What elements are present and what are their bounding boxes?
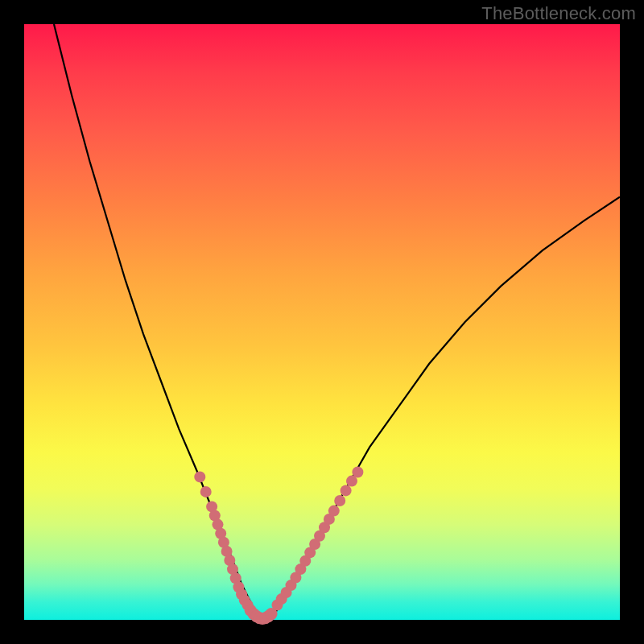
highlight-dot [341,485,352,496]
highlight-dot [200,486,212,497]
bottleneck-curve-line [54,24,620,620]
curve-svg [24,24,620,620]
highlight-dot [334,495,345,506]
plot-area [24,24,620,620]
highlight-dot [352,467,363,478]
highlight-dot [194,471,205,482]
highlight-dot [328,506,340,517]
highlight-dot [266,608,278,620]
watermark-text: TheBottleneck.com [481,3,636,24]
chart-frame: TheBottleneck.com [0,0,644,644]
highlight-dots [194,467,363,625]
